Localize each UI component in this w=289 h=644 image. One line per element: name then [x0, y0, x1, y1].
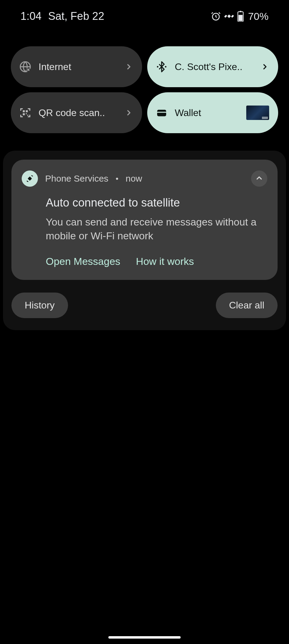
- notification-actions: Open Messages How it works: [22, 256, 267, 267]
- svg-point-9: [157, 66, 158, 68]
- shade-footer: History Clear all: [11, 293, 278, 318]
- chevron-right-icon: [125, 63, 133, 71]
- svg-rect-14: [26, 113, 27, 114]
- phone-services-icon: [22, 170, 38, 187]
- notification-body: Auto connected to satellite You can send…: [22, 196, 267, 243]
- quick-settings-grid: Internet C. Scott's Pixe..: [0, 24, 289, 133]
- separator-dot: •: [116, 174, 118, 183]
- notification-title: Auto connected to satellite: [46, 196, 267, 209]
- svg-rect-16: [157, 110, 166, 116]
- qs-tile-label: Wallet: [175, 107, 239, 118]
- satellite-icon: [224, 11, 234, 21]
- wallet-icon: [156, 107, 168, 119]
- svg-rect-12: [26, 110, 28, 112]
- collapse-button[interactable]: [251, 170, 267, 187]
- how-it-works-action[interactable]: How it works: [136, 256, 194, 267]
- battery-icon: [237, 11, 244, 22]
- qs-tile-bluetooth[interactable]: C. Scott's Pixe..: [147, 46, 278, 87]
- svg-point-10: [165, 66, 166, 68]
- notification-card[interactable]: Phone Services • now Auto connected to s…: [11, 160, 278, 280]
- globe-off-icon: [19, 61, 31, 73]
- qs-tile-label: QR code scan..: [39, 107, 117, 118]
- notification-text: You can send and receive messages withou…: [46, 215, 267, 243]
- svg-rect-3: [231, 15, 234, 18]
- wallet-card-thumbnail: [246, 106, 269, 120]
- chevron-up-icon: [255, 174, 263, 183]
- svg-rect-5: [240, 11, 241, 12]
- battery-percentage: 70%: [248, 11, 269, 22]
- svg-rect-17: [157, 112, 166, 113]
- svg-rect-6: [238, 15, 243, 21]
- svg-rect-18: [28, 176, 32, 181]
- svg-rect-13: [23, 113, 25, 115]
- notification-header: Phone Services • now: [22, 170, 267, 187]
- open-messages-action[interactable]: Open Messages: [46, 256, 120, 267]
- notification-shade: Phone Services • now Auto connected to s…: [3, 151, 286, 330]
- qs-tile-label: C. Scott's Pixe..: [175, 61, 254, 72]
- status-right: 70%: [211, 11, 269, 22]
- clear-all-button[interactable]: Clear all: [216, 293, 278, 318]
- svg-rect-15: [27, 115, 28, 116]
- status-bar: 1:04 Sat, Feb 22 70%: [0, 0, 289, 24]
- qs-tile-label: Internet: [39, 61, 117, 72]
- qs-tile-qrscanner[interactable]: QR code scan..: [11, 92, 142, 133]
- notification-time: now: [126, 173, 244, 184]
- notification-app-name: Phone Services: [45, 173, 108, 184]
- history-button[interactable]: History: [11, 293, 68, 318]
- bluetooth-connected-icon: [156, 61, 168, 73]
- qr-scanner-icon: [19, 107, 31, 119]
- svg-rect-11: [23, 110, 25, 112]
- svg-rect-1: [227, 14, 231, 18]
- qs-tile-wallet[interactable]: Wallet: [147, 92, 278, 133]
- chevron-right-icon: [261, 63, 269, 71]
- chevron-right-icon: [125, 109, 133, 117]
- qs-tile-internet[interactable]: Internet: [11, 46, 142, 87]
- status-date: Sat, Feb 22: [48, 10, 104, 23]
- status-time: 1:04: [20, 10, 42, 23]
- svg-rect-2: [224, 15, 227, 18]
- alarm-icon: [211, 11, 221, 21]
- status-left: 1:04 Sat, Feb 22: [20, 10, 104, 23]
- navigation-handle[interactable]: [108, 636, 181, 639]
